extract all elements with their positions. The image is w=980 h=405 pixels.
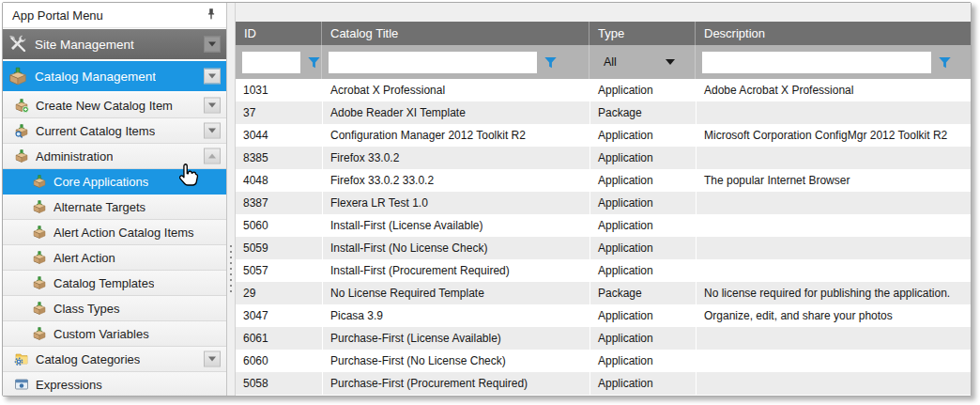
table-row[interactable]: 5059Install-First (No License Check)Appl… <box>236 237 971 259</box>
collapse-button[interactable] <box>204 148 221 164</box>
splitter-grip-icon <box>230 245 232 294</box>
expand-button[interactable] <box>204 351 221 367</box>
cell-type: Application <box>590 124 696 147</box>
sidebar-item-catalog-management[interactable]: Catalog Management <box>3 61 226 91</box>
sidebar-item-site-management[interactable]: Site Management <box>3 29 226 59</box>
expand-button[interactable] <box>204 98 221 114</box>
chevron-down-icon <box>208 357 216 366</box>
sidebar-item-alternate-targets[interactable]: Alternate Targets <box>3 195 226 220</box>
cell-title: Install-First (License Available) <box>322 214 590 237</box>
table-row[interactable]: 4048Firefox 33.0.2 33.0.2ApplicationThe … <box>236 169 971 192</box>
cell-id: 5060 <box>236 214 322 237</box>
filter-funnel-button-id[interactable] <box>307 55 321 70</box>
box-icon <box>32 275 47 290</box>
filter-funnel-button-title[interactable] <box>544 55 558 70</box>
sidebar-item-label: Catalog Categories <box>36 352 140 366</box>
sidebar-item-alert-action[interactable]: Alert Action <box>3 245 226 271</box>
cell-title: Install-First (Procurement Required) <box>322 259 590 282</box>
catalog-box-icon <box>8 66 28 86</box>
sidebar-item-core-applications[interactable]: Core Applications <box>3 169 226 195</box>
cell-type: Application <box>590 214 696 237</box>
expand-button[interactable] <box>204 123 221 139</box>
sidebar-item-catalog-categories[interactable]: Catalog Categories <box>3 347 226 372</box>
cell-id: 5058 <box>236 372 322 395</box>
column-header-description[interactable]: Description <box>696 22 971 45</box>
grid-filter-row: All <box>236 45 971 79</box>
cell-description: Adobe Acrobat X Professional <box>696 79 971 101</box>
cell-description <box>696 147 971 169</box>
cell-title: Purchase-First (Procurement Required) <box>322 372 590 395</box>
table-row[interactable]: 3047Picasa 3.9ApplicationOrganize, edit,… <box>236 304 971 327</box>
table-row[interactable]: 29No License Required TemplatePackageNo … <box>236 282 971 304</box>
cell-description <box>696 214 971 237</box>
table-row[interactable]: 5060Install-First (License Available)App… <box>236 214 971 237</box>
cell-description: No license required for publishing the a… <box>696 282 971 304</box>
grid-top-strip <box>236 3 971 22</box>
table-row[interactable]: 1031Acrobat X ProfessionalApplicationAdo… <box>236 79 971 101</box>
table-row[interactable]: 8387Flexera LR Test 1.0Application <box>236 192 971 214</box>
sidebar-item-label: Expressions <box>36 378 102 392</box>
table-row[interactable]: 3044Configuration Manager 2012 Toolkit R… <box>236 124 971 147</box>
column-header-title[interactable]: Catalog Title <box>322 22 590 45</box>
sidebar-item-custom-variables[interactable]: Custom Variables <box>3 321 226 347</box>
filter-input-title[interactable] <box>329 52 537 73</box>
filter-input-description[interactable] <box>702 52 931 73</box>
cell-type: Application <box>590 372 696 395</box>
table-row[interactable]: 8385Firefox 33.0.2Application <box>236 147 971 169</box>
sidebar-item-current-catalog-items[interactable]: Current Catalog Items <box>3 118 226 144</box>
table-row[interactable]: 6060Purchase-First (No License Check)App… <box>236 350 971 372</box>
sidebar-item-expressions[interactable]: Expressions <box>3 372 226 397</box>
table-row[interactable]: 6061Purchase-First (License Available)Ap… <box>236 327 971 350</box>
filter-cell-id <box>236 45 322 79</box>
box-icon <box>14 148 29 164</box>
column-header-type[interactable]: Type <box>590 22 696 45</box>
filter-funnel-button-description[interactable] <box>938 55 952 70</box>
cell-id: 5059 <box>236 237 322 259</box>
cell-title: Configuration Manager 2012 Toolkit R2 <box>322 124 590 147</box>
sidebar-splitter[interactable] <box>226 3 235 396</box>
pin-icon[interactable] <box>205 8 218 23</box>
sidebar-header: App Portal Menu <box>3 3 226 28</box>
expand-button[interactable] <box>204 37 221 53</box>
table-row[interactable]: 5058Purchase-First (Procurement Required… <box>236 372 971 395</box>
cell-type: Application <box>590 304 696 327</box>
filter-input-id[interactable] <box>242 52 300 73</box>
sidebar-item-alert-action-catalog-items[interactable]: Alert Action Catalog Items <box>3 220 226 245</box>
type-filter-dropdown[interactable]: All <box>596 52 682 73</box>
cell-type: Application <box>590 259 696 282</box>
sidebar-item-administration[interactable]: Administration <box>3 144 226 169</box>
box-search-icon <box>14 123 29 138</box>
sidebar-item-catalog-templates[interactable]: Catalog Templates <box>3 271 226 296</box>
column-header-id[interactable]: ID <box>236 22 322 45</box>
cell-title: Picasa 3.9 <box>322 304 590 327</box>
sidebar-item-label: Catalog Management <box>35 70 156 84</box>
table-row[interactable]: 5057Install-First (Procurement Required)… <box>236 259 971 282</box>
sidebar-item-class-types[interactable]: Class Types <box>3 296 226 321</box>
sidebar: App Portal Menu Site Management Catalog … <box>3 3 226 396</box>
filter-cell-type: All <box>590 45 696 79</box>
sidebar-item-label: Current Catalog Items <box>36 124 155 138</box>
sidebar-item-create-new-catalog-item[interactable]: Create New Catalog Item <box>3 93 226 118</box>
expand-button[interactable] <box>204 69 221 85</box>
sidebar-item-label: Site Management <box>35 38 134 52</box>
cell-description <box>696 101 971 124</box>
cell-type: Application <box>590 169 696 192</box>
cell-description: Microsoft Corporation ConfigMgr 2012 Too… <box>696 124 971 147</box>
cell-type: Application <box>590 327 696 350</box>
catalog-grid: IDCatalog TitleTypeDescription All 1031A… <box>235 3 971 396</box>
table-row[interactable]: 37Adobe Reader XI TemplatePackage <box>236 101 971 124</box>
cell-description <box>696 192 971 214</box>
cell-id: 8387 <box>236 192 322 214</box>
cell-id: 3044 <box>236 124 322 147</box>
cell-description <box>696 350 971 372</box>
box-plus-icon <box>14 98 29 113</box>
cell-title: Firefox 33.0.2 <box>322 147 590 169</box>
chevron-up-icon <box>208 150 216 159</box>
folder-gear-icon <box>14 351 29 366</box>
cell-type: Package <box>590 101 696 124</box>
cell-description <box>696 237 971 259</box>
chevron-down-icon <box>208 129 216 137</box>
cell-id: 3047 <box>236 304 322 327</box>
filter-cell-description <box>696 45 971 79</box>
sidebar-item-label: Create New Catalog Item <box>36 99 173 113</box>
